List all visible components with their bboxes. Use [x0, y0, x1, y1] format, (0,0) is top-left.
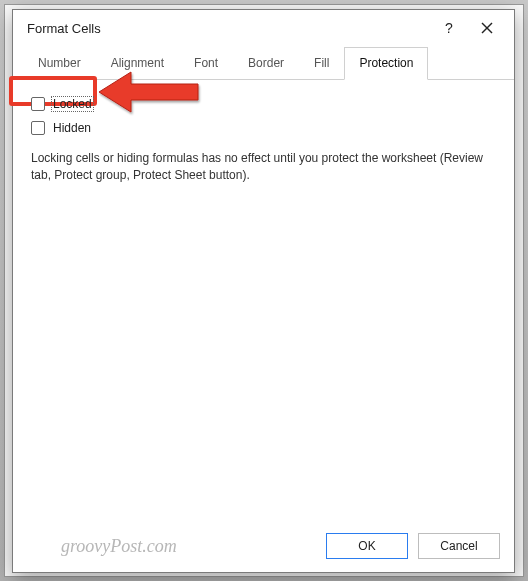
hidden-label[interactable]: Hidden [51, 120, 93, 136]
tab-fill[interactable]: Fill [299, 47, 344, 80]
tab-alignment[interactable]: Alignment [96, 47, 179, 80]
close-icon [481, 22, 493, 34]
watermark: groovyPost.com [27, 536, 316, 557]
locked-row: Locked [31, 96, 496, 112]
tab-border[interactable]: Border [233, 47, 299, 80]
hidden-row: Hidden [31, 120, 496, 136]
help-icon: ? [445, 20, 453, 36]
close-button[interactable] [468, 13, 506, 43]
tabs: Number Alignment Font Border Fill Protec… [13, 46, 514, 80]
protection-panel: Locked Hidden Locking cells or hiding fo… [13, 80, 514, 520]
cancel-button[interactable]: Cancel [418, 533, 500, 559]
dialog-title: Format Cells [27, 21, 430, 36]
ok-button[interactable]: OK [326, 533, 408, 559]
help-button[interactable]: ? [430, 13, 468, 43]
tab-number[interactable]: Number [23, 47, 96, 80]
hidden-checkbox[interactable] [31, 121, 45, 135]
locked-label[interactable]: Locked [51, 96, 94, 112]
tab-font[interactable]: Font [179, 47, 233, 80]
locked-checkbox[interactable] [31, 97, 45, 111]
format-cells-dialog: Format Cells ? Number Alignment Font Bor… [12, 9, 515, 573]
tab-protection[interactable]: Protection [344, 47, 428, 80]
protection-description: Locking cells or hiding formulas has no … [31, 150, 496, 185]
titlebar: Format Cells ? [13, 10, 514, 46]
dialog-footer: groovyPost.com OK Cancel [13, 520, 514, 572]
